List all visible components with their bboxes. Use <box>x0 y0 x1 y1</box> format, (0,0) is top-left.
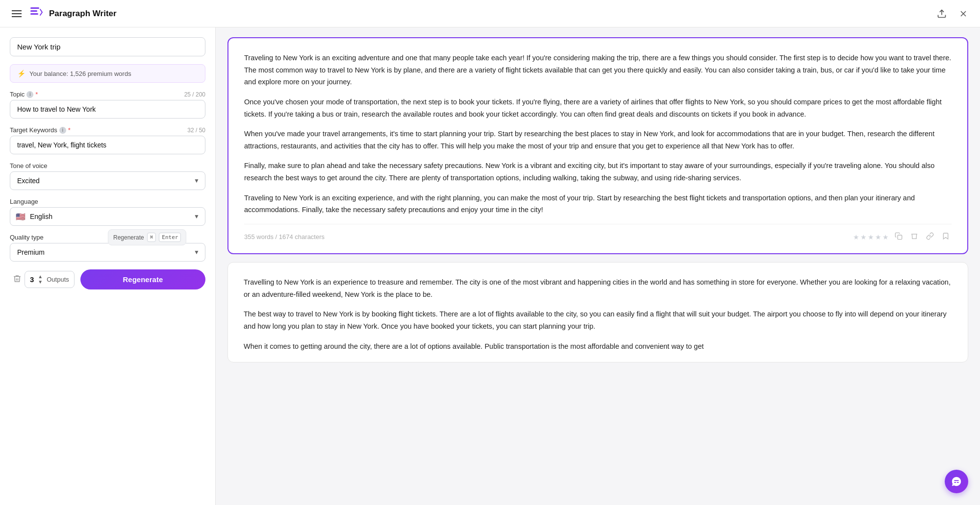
language-field: Language 🇺🇸 English Spanish French Germa… <box>10 198 205 226</box>
copy-button-1[interactable] <box>893 230 905 243</box>
keywords-info-icon[interactable]: i <box>59 127 66 134</box>
delete-output-button-1[interactable] <box>908 230 920 243</box>
bottom-actions-area: Regenerate ⌘ Enter 3 ▲ <box>10 269 205 289</box>
tone-select[interactable]: Excited Professional Casual Formal Frien… <box>10 171 205 190</box>
left-panel: ⚡ Your balance: 1,526 premium words Topi… <box>0 27 216 505</box>
shortcut-enter-key: Enter <box>159 233 181 242</box>
tone-label: Tone of voice <box>10 162 48 169</box>
output-card-2: Travelling to New York is an experience … <box>227 262 968 362</box>
topic-input[interactable] <box>10 100 205 119</box>
keywords-label: Target Keywords i * <box>10 126 71 134</box>
star-3[interactable]: ★ <box>868 233 874 241</box>
keywords-input[interactable] <box>10 136 205 154</box>
output-para-2-1: Travelling to New York is an experience … <box>244 276 952 300</box>
menu-button[interactable] <box>10 8 24 19</box>
app-title: Paragraph Writer <box>49 9 117 19</box>
delete-button[interactable] <box>10 271 25 288</box>
outputs-decrement[interactable]: ▼ <box>37 280 44 285</box>
balance-text: Your balance: 1,526 premium words <box>29 70 131 77</box>
tone-select-wrapper: Excited Professional Casual Formal Frien… <box>10 171 205 190</box>
output-para-1-4: Finally, make sure to plan ahead and tak… <box>244 160 952 184</box>
star-5[interactable]: ★ <box>882 233 889 241</box>
app-header: Paragraph Writer <box>0 0 980 27</box>
output-para-1-1: Traveling to New York is an exciting adv… <box>244 52 952 88</box>
card-actions-1: ★ ★ ★ ★ ★ <box>853 230 952 243</box>
output-card-1: Traveling to New York is an exciting adv… <box>227 37 968 254</box>
svg-rect-6 <box>898 235 902 240</box>
topic-label: Topic i * <box>10 91 38 98</box>
shortcut-cmd-key: ⌘ <box>147 233 156 242</box>
language-select[interactable]: English Spanish French German <box>10 207 205 226</box>
keywords-char-count: 32 / 50 <box>187 127 205 134</box>
language-select-wrapper: 🇺🇸 English Spanish French German ▼ <box>10 207 205 226</box>
outputs-label: Outputs <box>47 276 69 283</box>
card-footer-1: 355 words / 1674 characters ★ ★ ★ ★ ★ <box>244 224 952 243</box>
language-label-row: Language <box>10 198 205 205</box>
close-button[interactable] <box>956 7 970 21</box>
right-panel: Traveling to New York is an exciting adv… <box>216 27 980 505</box>
outputs-number: 3 <box>30 275 34 284</box>
main-layout: ⚡ Your balance: 1,526 premium words Topi… <box>0 27 980 505</box>
regenerate-button[interactable]: Regenerate <box>80 269 205 289</box>
output-para-2-3: When it comes to getting around the city… <box>244 340 952 353</box>
topic-field: Topic i * 25 / 200 <box>10 91 205 119</box>
output-para-2-2: The best way to travel to New York is by… <box>244 308 952 332</box>
output-para-1-2: Once you've chosen your mode of transpor… <box>244 96 952 120</box>
link-button-1[interactable] <box>924 230 936 243</box>
balance-box: ⚡ Your balance: 1,526 premium words <box>10 64 205 83</box>
keywords-field: Target Keywords i * 32 / 50 <box>10 126 205 154</box>
outputs-box: 3 ▲ ▼ Outputs <box>25 271 75 288</box>
language-label: Language <box>10 198 38 205</box>
upload-button[interactable] <box>935 7 949 21</box>
shortcut-badge: Regenerate ⌘ Enter <box>108 229 186 245</box>
chat-bubble-button[interactable] <box>945 470 968 493</box>
star-4[interactable]: ★ <box>875 233 881 241</box>
star-1[interactable]: ★ <box>853 233 859 241</box>
star-rating-1[interactable]: ★ ★ ★ ★ ★ <box>853 233 889 241</box>
output-text-2: Travelling to New York is an experience … <box>244 276 952 352</box>
quality-select-wrapper: Premium Standard Basic ▼ <box>10 243 205 262</box>
menu-icon <box>12 10 22 17</box>
tone-label-row: Tone of voice <box>10 162 205 169</box>
logo-icon <box>29 5 43 22</box>
word-count-1: 355 words / 1674 characters <box>244 233 325 240</box>
tone-field: Tone of voice Excited Professional Casua… <box>10 162 205 190</box>
topic-label-row: Topic i * 25 / 200 <box>10 91 205 98</box>
header-right <box>935 7 970 21</box>
outputs-increment[interactable]: ▲ <box>37 274 44 279</box>
keywords-label-row: Target Keywords i * 32 / 50 <box>10 126 205 134</box>
quality-select[interactable]: Premium Standard Basic <box>10 243 205 262</box>
bottom-actions: 3 ▲ ▼ Outputs Regenerate <box>10 269 205 289</box>
svg-rect-2 <box>30 13 38 15</box>
output-text-1: Traveling to New York is an exciting adv… <box>244 52 952 216</box>
output-para-1-5: Traveling to New York is an exciting exp… <box>244 192 952 216</box>
outputs-stepper: ▲ ▼ <box>37 274 44 285</box>
topic-char-count: 25 / 200 <box>184 91 205 98</box>
lightning-icon: ⚡ <box>17 70 25 77</box>
svg-rect-1 <box>30 10 37 12</box>
quality-label: Quality type <box>10 234 44 241</box>
header-left: Paragraph Writer <box>10 5 117 22</box>
title-input[interactable] <box>10 37 205 56</box>
topic-info-icon[interactable]: i <box>26 91 33 98</box>
svg-rect-0 <box>30 7 39 9</box>
output-para-1-3: When you've made your travel arrangement… <box>244 128 952 152</box>
star-2[interactable]: ★ <box>860 233 867 241</box>
bookmark-button-1[interactable] <box>940 230 952 243</box>
